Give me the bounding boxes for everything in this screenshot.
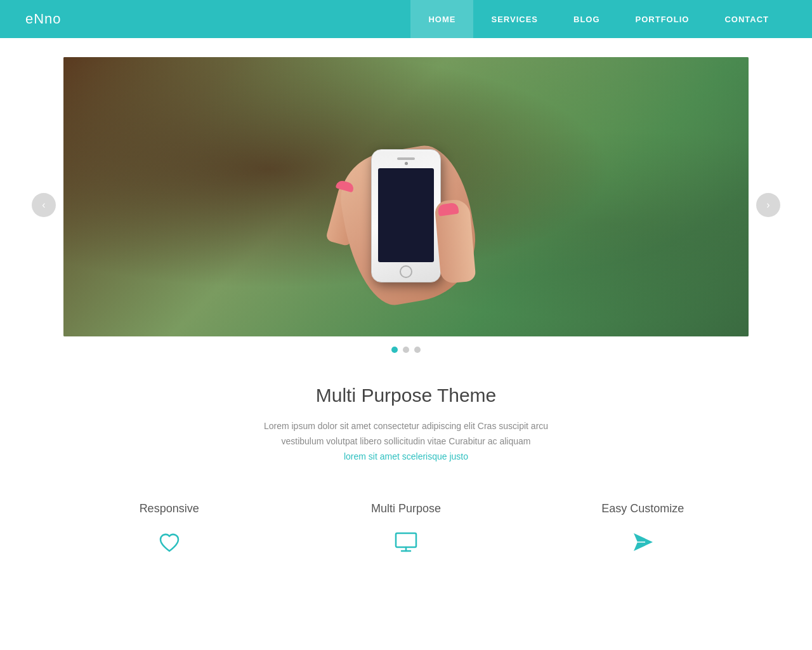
slider-prev-button[interactable]: ‹: [32, 193, 56, 217]
slider-dot-2[interactable]: [403, 347, 409, 353]
slider-next-button[interactable]: ›: [756, 193, 780, 217]
feature-multipurpose: Multi Purpose: [287, 502, 524, 556]
feature-customize: Easy Customize: [525, 502, 761, 556]
features-section: Responsive Multi Purpose Easy Customize: [0, 483, 812, 569]
send-icon: [629, 528, 657, 556]
nav-services[interactable]: SERVICES: [473, 0, 556, 38]
feature-multipurpose-icon: [300, 528, 511, 556]
nav-links: HOME SERVICES BLOG PORTFOLIO CONTACT: [410, 0, 787, 38]
slider-dot-1[interactable]: [391, 347, 398, 353]
svg-rect-0: [396, 533, 416, 547]
navbar: eNno HOME SERVICES BLOG PORTFOLIO CONTAC…: [0, 0, 812, 38]
nav-portfolio[interactable]: PORTFOLIO: [618, 0, 707, 38]
logo: eNno: [25, 11, 410, 27]
phone-home-button: [400, 265, 412, 278]
slider-dot-3[interactable]: [414, 347, 421, 353]
nav-home[interactable]: HOME: [410, 0, 473, 38]
feature-customize-title: Easy Customize: [537, 502, 749, 515]
feature-customize-icon: [537, 528, 749, 556]
hero-slider: [63, 57, 749, 336]
main-title: Multi Purpose Theme: [13, 385, 799, 406]
feature-multipurpose-title: Multi Purpose: [300, 502, 511, 515]
phone-speaker: [397, 157, 415, 160]
slider-dots: [63, 347, 749, 353]
main-section: Multi Purpose Theme Lorem ipsum dolor si…: [0, 353, 812, 483]
feature-responsive-title: Responsive: [63, 502, 275, 515]
phone-body: [371, 149, 441, 282]
feature-responsive: Responsive: [51, 502, 287, 556]
heart-icon: [155, 528, 183, 556]
nav-blog[interactable]: BLOG: [556, 0, 618, 38]
thumb-nail: [437, 202, 459, 216]
monitor-icon: [392, 528, 420, 556]
nav-contact[interactable]: CONTACT: [707, 0, 787, 38]
phone-camera: [405, 162, 408, 165]
slider-wrapper: ‹ ›: [63, 57, 749, 353]
phone-screen: [378, 168, 434, 262]
main-description: Lorem ipsum dolor sit amet consectetur a…: [247, 419, 565, 464]
feature-responsive-icon: [63, 528, 275, 556]
thumb-shape: [434, 199, 476, 284]
